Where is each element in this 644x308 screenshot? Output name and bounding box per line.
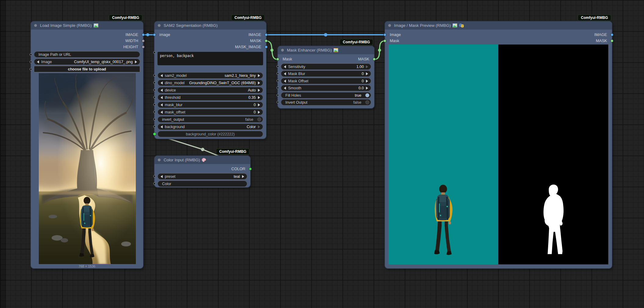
widget-input-slot[interactable]: [30, 53, 32, 56]
node-title-bar[interactable]: Load Image Simple (RMBG): [31, 21, 143, 30]
increment-arrow-icon[interactable]: [366, 87, 368, 90]
collapse-dot-icon[interactable]: [388, 24, 391, 27]
increment-arrow-icon[interactable]: [366, 65, 368, 68]
background-color-widget[interactable]: background_color (#222222): [157, 131, 263, 137]
widget-input-slot[interactable]: [153, 96, 156, 98]
dino-model-combo[interactable]: dino_model GroundingDINO_SwinT_OGC (694M…: [157, 80, 263, 86]
widget-input-slot[interactable]: [277, 72, 279, 75]
device-combo[interactable]: device Auto: [157, 87, 263, 93]
invert-output-toggle[interactable]: invert_output false: [157, 116, 263, 123]
widget-input-slot[interactable]: [30, 68, 32, 70]
widget-input-slot[interactable]: [153, 89, 156, 91]
widget-input-slot[interactable]: [153, 81, 156, 84]
smooth-number[interactable]: Smooth 0.0: [281, 85, 371, 91]
prev-value-arrow-icon[interactable]: [161, 125, 163, 128]
loaded-image-preview[interactable]: [39, 73, 136, 264]
decrement-arrow-icon[interactable]: [284, 80, 286, 83]
toggle-knob[interactable]: [257, 117, 261, 121]
next-value-arrow-icon[interactable]: [135, 60, 137, 63]
widget-input-slot[interactable]: [153, 74, 156, 77]
node-title-bar[interactable]: Color Input (RMBG): [154, 156, 250, 164]
widget-input-slot[interactable]: [277, 101, 279, 103]
decrement-arrow-icon[interactable]: [284, 72, 286, 75]
invert-output-toggle[interactable]: Invert Output false: [281, 99, 371, 106]
input-port-mask[interactable]: [276, 58, 279, 61]
widget-input-slot[interactable]: [277, 94, 279, 96]
prev-value-arrow-icon[interactable]: [161, 89, 163, 92]
widget-input-slot[interactable]: [153, 51, 156, 54]
mask-blur-number[interactable]: Mask Blur 0: [281, 70, 371, 77]
widget-input-slot[interactable]: [277, 80, 279, 82]
node-title-bar[interactable]: SAM2 Segmentation (RMBG): [154, 21, 266, 30]
collapse-dot-icon[interactable]: [34, 24, 37, 27]
mask-blur-number[interactable]: mask_blur 0: [157, 102, 263, 108]
next-value-arrow-icon[interactable]: [258, 89, 260, 92]
increment-arrow-icon[interactable]: [366, 80, 368, 83]
threshold-number[interactable]: threshold 0.35: [157, 94, 263, 101]
node-image-mask-preview[interactable]: Image / Mask Preview (RMBG) Image IMAGE …: [385, 21, 612, 268]
reroute-dot[interactable]: [270, 49, 273, 52]
widget-input-slot[interactable]: [277, 65, 279, 68]
widget-input-slot[interactable]: [153, 111, 156, 113]
node-sam2-segmentation[interactable]: SAM2 Segmentation (RMBG) image IMAGE MAS…: [154, 21, 266, 139]
input-port-background-color[interactable]: [153, 132, 156, 136]
next-value-arrow-icon[interactable]: [258, 81, 260, 84]
output-port-color[interactable]: [249, 167, 252, 170]
image-combo-widget[interactable]: Image ComfyUI_temp_qtskx_00017_.png: [34, 59, 140, 65]
collapse-dot-icon[interactable]: [158, 24, 161, 27]
input-port-image[interactable]: [153, 33, 156, 36]
input-port-image[interactable]: [383, 33, 386, 36]
input-port-mask[interactable]: [383, 39, 386, 42]
collapse-dot-icon[interactable]: [158, 159, 161, 161]
prev-value-arrow-icon[interactable]: [161, 81, 163, 84]
node-title-bar[interactable]: Image / Mask Preview (RMBG): [385, 21, 612, 30]
widget-input-slot[interactable]: [277, 87, 279, 89]
choose-file-button[interactable]: choose file to upload: [34, 66, 140, 72]
reroute-dot[interactable]: [324, 33, 327, 37]
decrement-arrow-icon[interactable]: [161, 103, 163, 106]
mask-offset-number[interactable]: mask_offset 0: [157, 109, 263, 115]
output-port-image[interactable]: [265, 33, 268, 36]
next-value-arrow-icon[interactable]: [258, 125, 260, 128]
toggle-knob[interactable]: [365, 100, 369, 104]
widget-input-slot[interactable]: [30, 61, 32, 63]
sensitivity-number[interactable]: Sensitivity 1.00: [281, 63, 371, 70]
widget-input-slot[interactable]: [153, 175, 156, 177]
collapse-dot-icon[interactable]: [281, 49, 284, 52]
decrement-arrow-icon[interactable]: [161, 111, 163, 114]
prev-value-arrow-icon[interactable]: [37, 60, 39, 63]
decrement-arrow-icon[interactable]: [284, 65, 286, 68]
reroute-dot[interactable]: [378, 49, 381, 52]
output-port-mask[interactable]: [373, 58, 376, 61]
image-path-input[interactable]: Image Path or URL: [34, 51, 140, 58]
next-value-arrow-icon[interactable]: [242, 175, 244, 178]
mask-preview-black[interactable]: [498, 45, 608, 264]
next-value-arrow-icon[interactable]: [258, 74, 260, 77]
increment-arrow-icon[interactable]: [258, 103, 260, 106]
increment-arrow-icon[interactable]: [258, 111, 260, 114]
node-load-image-simple[interactable]: Load Image Simple (RMBG) IMAGE WIDTH HEI…: [31, 21, 143, 268]
reroute-dot[interactable]: [201, 148, 204, 151]
widget-input-slot[interactable]: [153, 118, 156, 120]
output-port-mask[interactable]: [265, 39, 268, 42]
fill-holes-toggle[interactable]: Fill Holes true: [281, 92, 371, 98]
output-port-image[interactable]: [142, 33, 145, 36]
node-title-bar[interactable]: Mask Enhancer (RMBG): [278, 46, 374, 54]
increment-arrow-icon[interactable]: [258, 96, 260, 99]
decrement-arrow-icon[interactable]: [161, 96, 163, 99]
widget-input-slot[interactable]: [153, 182, 156, 185]
reroute-dot[interactable]: [146, 33, 149, 36]
prompt-textarea[interactable]: person, backpack: [157, 52, 263, 65]
color-text-input[interactable]: Color: [157, 181, 247, 187]
widget-input-slot[interactable]: [153, 125, 156, 128]
prev-value-arrow-icon[interactable]: [161, 175, 163, 178]
output-port-width[interactable]: [142, 39, 145, 42]
image-preview-teal[interactable]: [389, 45, 498, 264]
background-combo[interactable]: background Color: [157, 124, 263, 130]
preset-combo[interactable]: preset teal: [157, 173, 247, 180]
toggle-knob[interactable]: [365, 93, 369, 97]
output-port-mask[interactable]: [610, 39, 613, 42]
output-port-height[interactable]: [142, 45, 145, 48]
node-mask-enhancer[interactable]: Mask Enhancer (RMBG) Mask MASK Sensitivi…: [278, 46, 374, 108]
node-color-input[interactable]: Color Input (RMBG) COLOR preset teal Col…: [154, 156, 250, 187]
